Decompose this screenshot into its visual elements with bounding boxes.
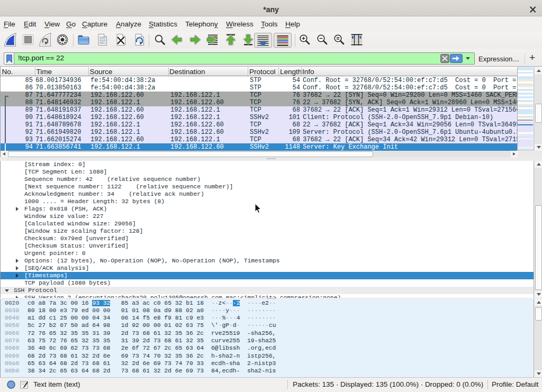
svg-text:0011: 0011	[100, 42, 106, 44]
